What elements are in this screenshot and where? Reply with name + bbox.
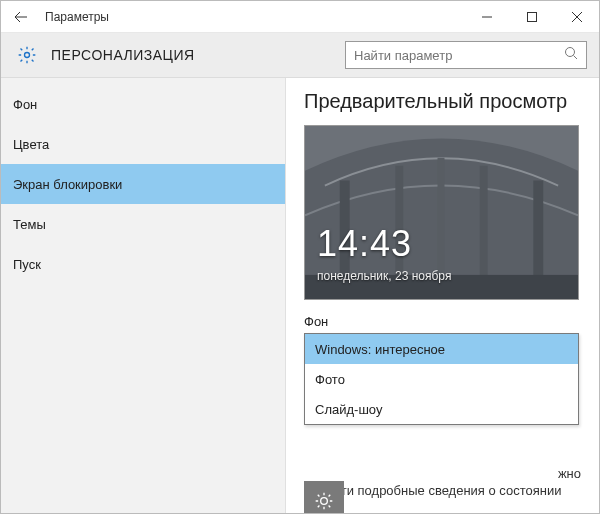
titlebar: Параметры — [1, 1, 599, 33]
search-box[interactable] — [345, 41, 587, 69]
obscured-text: жно вывести подробные сведения о состоян… — [304, 466, 581, 500]
sidebar-item-start[interactable]: Пуск — [1, 244, 285, 284]
close-button[interactable] — [554, 1, 599, 33]
header: ПЕРСОНАЛИЗАЦИЯ — [1, 33, 599, 78]
maximize-button[interactable] — [509, 1, 554, 33]
background-dropdown[interactable]: Windows: интересное Фото Слайд-шоу — [304, 333, 579, 425]
gear-icon — [13, 45, 41, 65]
sidebar-item-themes[interactable]: Темы — [1, 204, 285, 244]
sidebar: Фон Цвета Экран блокировки Темы Пуск — [1, 78, 286, 514]
sidebar-item-colors[interactable]: Цвета — [1, 124, 285, 164]
preview-date: понедельник, 23 ноября — [317, 269, 451, 283]
lockscreen-preview: 14:43 понедельник, 23 ноября — [304, 125, 579, 300]
option-windows-spotlight[interactable]: Windows: интересное — [305, 334, 578, 364]
app-status-tile[interactable] — [304, 481, 344, 514]
background-label: Фон — [304, 314, 581, 329]
page-title: ПЕРСОНАЛИЗАЦИЯ — [41, 47, 345, 63]
back-button[interactable] — [1, 1, 41, 33]
svg-point-1 — [25, 53, 30, 58]
sidebar-item-lockscreen[interactable]: Экран блокировки — [1, 164, 285, 204]
preview-clock: 14:43 — [317, 223, 412, 265]
sidebar-item-background[interactable]: Фон — [1, 84, 285, 124]
window-title: Параметры — [41, 10, 464, 24]
svg-rect-0 — [527, 12, 536, 21]
search-input[interactable] — [354, 48, 564, 63]
body: Фон Цвета Экран блокировки Темы Пуск Пре… — [1, 78, 599, 514]
content: Предварительный просмотр 14:43 понедельн… — [286, 78, 599, 514]
search-icon — [564, 46, 578, 64]
svg-point-10 — [321, 498, 328, 505]
option-photo[interactable]: Фото — [305, 364, 578, 394]
svg-point-2 — [566, 48, 575, 57]
preview-heading: Предварительный просмотр — [304, 90, 581, 113]
option-slideshow[interactable]: Слайд-шоу — [305, 394, 578, 424]
minimize-button[interactable] — [464, 1, 509, 33]
sun-icon — [314, 491, 334, 511]
